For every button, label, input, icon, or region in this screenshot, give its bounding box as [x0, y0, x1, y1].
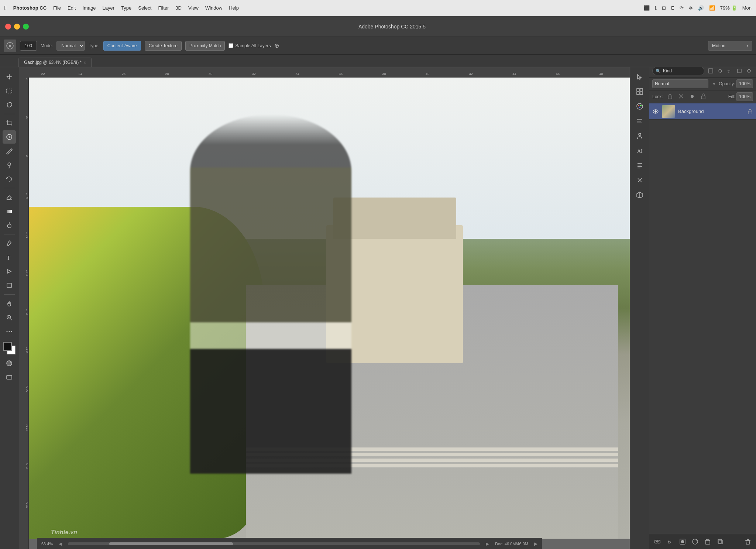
color-picker[interactable] [3, 342, 16, 354]
hand-tool[interactable] [3, 297, 16, 310]
minimize-button[interactable] [14, 24, 20, 30]
people-right[interactable] [633, 129, 646, 143]
text-right[interactable]: AI [633, 144, 646, 157]
menu-select[interactable]: Select [138, 5, 151, 11]
bluetooth-icon[interactable]: ✲ [689, 5, 693, 11]
apple-menu[interactable]:  [4, 5, 7, 11]
eraser-tool[interactable] [3, 191, 16, 204]
view-grid-right[interactable] [633, 85, 646, 98]
more-tools[interactable] [3, 325, 16, 338]
screen-mode-tool[interactable] [3, 371, 16, 384]
shape-tool[interactable] [3, 279, 16, 292]
photo-canvas[interactable]: Tinhte.vn [29, 78, 649, 539]
paragraph-right[interactable] [633, 159, 646, 172]
text-tool[interactable]: T [3, 251, 16, 264]
close-button[interactable] [5, 24, 11, 30]
filter-search-box[interactable]: 🔍 Kind [652, 66, 704, 75]
link-layers-button[interactable] [652, 536, 663, 547]
lasso-tool[interactable] [3, 98, 16, 111]
menu-filter[interactable]: Filter [158, 5, 169, 11]
add-adjustment-button[interactable] [690, 536, 700, 547]
layer-visibility-toggle[interactable] [652, 108, 659, 115]
menu-layer[interactable]: Layer [103, 5, 115, 11]
sample-all-checkbox[interactable] [228, 43, 233, 48]
adjustments-right[interactable] [633, 174, 646, 187]
filter-smart-icon[interactable] [745, 67, 753, 75]
layers-list[interactable]: Background [649, 103, 756, 534]
lock-transparent-button[interactable] [666, 93, 674, 101]
zoom-tool[interactable] [3, 311, 16, 324]
brush-size-input[interactable]: 100 [20, 41, 37, 51]
3d-right[interactable] [633, 188, 646, 202]
mode-select[interactable]: Normal [56, 41, 85, 51]
fill-value[interactable]: 100% [736, 92, 753, 101]
lock-all-button[interactable] [699, 93, 707, 101]
filter-pixel-icon[interactable] [707, 67, 715, 75]
pen-tool[interactable] [3, 237, 16, 250]
move-tool[interactable] [3, 70, 16, 83]
properties-right[interactable] [633, 114, 646, 128]
menu-file[interactable]: File [53, 5, 61, 11]
volume-icon[interactable]: 🔊 [698, 5, 704, 11]
blend-mode-select[interactable]: Normal Multiply Screen Overlay [652, 79, 708, 88]
history-brush-tool[interactable] [3, 172, 16, 186]
filter-adjust-icon[interactable] [716, 67, 724, 75]
status-expand-arrow[interactable]: ▶ [534, 541, 537, 546]
color-right[interactable] [633, 100, 646, 113]
menu-3d[interactable]: 3D [175, 5, 182, 11]
status-right-arrow[interactable]: ▶ [486, 541, 489, 546]
add-mask-button[interactable] [677, 536, 688, 547]
type-content-aware-button[interactable]: Content-Aware [103, 41, 141, 51]
document-tab[interactable]: Gach.jpg @ 63.4% (RGB/8) * × [18, 58, 92, 67]
wifi-icon[interactable]: 📶 [709, 5, 715, 11]
menu-edit[interactable]: Edit [68, 5, 76, 11]
layer-thumb-image [662, 105, 675, 118]
ruler-vtick-16: 16 [26, 308, 28, 316]
motion-select[interactable]: Motion Normal Guided Content-Aware [708, 41, 752, 51]
svg-rect-2 [7, 89, 12, 93]
status-left-arrow[interactable]: ◀ [59, 541, 62, 546]
marquee-tool[interactable] [3, 84, 16, 97]
delete-layer-button[interactable] [743, 536, 753, 547]
filter-text-icon[interactable]: T [726, 67, 734, 75]
menu-view[interactable]: View [188, 5, 199, 11]
info-icon[interactable]: ℹ [655, 5, 657, 11]
menu-type[interactable]: Type [121, 5, 131, 11]
gradient-tool[interactable] [3, 205, 16, 218]
path-selection-tool[interactable] [3, 265, 16, 278]
menu-help[interactable]: Help [229, 5, 239, 11]
filter-shape-icon[interactable] [735, 67, 743, 75]
scrollbar-thumb[interactable] [109, 542, 233, 545]
tab-close-button[interactable]: × [84, 61, 86, 65]
foreground-color[interactable] [3, 342, 12, 351]
healing-brush-tool[interactable] [3, 130, 16, 144]
dropbox-icon[interactable]: ⬛ [644, 5, 650, 11]
update-icon[interactable]: ⟳ [680, 5, 684, 11]
dodge-tool[interactable] [3, 219, 16, 232]
app-name[interactable]: Photoshop CC [13, 5, 47, 11]
type-proximity-match-button[interactable]: Proximity Match [185, 41, 225, 51]
type-create-texture-button[interactable]: Create Texture [145, 41, 182, 51]
tool-icon[interactable] [4, 40, 16, 52]
crop-tool[interactable] [3, 116, 16, 130]
opacity-value[interactable]: 100% [736, 79, 753, 88]
menu-image[interactable]: Image [82, 5, 96, 11]
maximize-button[interactable] [23, 24, 29, 30]
menu-window[interactable]: Window [205, 5, 222, 11]
quick-mask-tool[interactable] [3, 357, 16, 370]
eyedropper-icon[interactable]: ⊕ [274, 42, 279, 49]
new-layer-button[interactable] [715, 536, 725, 547]
svg-rect-22 [637, 92, 639, 95]
clone-stamp-tool[interactable] [3, 158, 16, 172]
select-tool-right[interactable] [633, 70, 646, 83]
layer-item-background[interactable]: Background [649, 103, 756, 120]
blend-mode-row: Normal Multiply Screen Overlay ▼ Opacity… [649, 78, 756, 90]
horizontal-scrollbar[interactable] [68, 542, 480, 545]
add-group-button[interactable] [702, 536, 713, 547]
add-style-button[interactable]: fx [665, 536, 675, 547]
lock-image-button[interactable] [677, 93, 685, 101]
brush-tool[interactable] [3, 144, 16, 158]
screen-icon[interactable]: ⊡ [662, 5, 666, 11]
canvas-image-wrapper[interactable]: Tinhte.vn [29, 78, 649, 539]
lock-position-button[interactable] [688, 93, 696, 101]
